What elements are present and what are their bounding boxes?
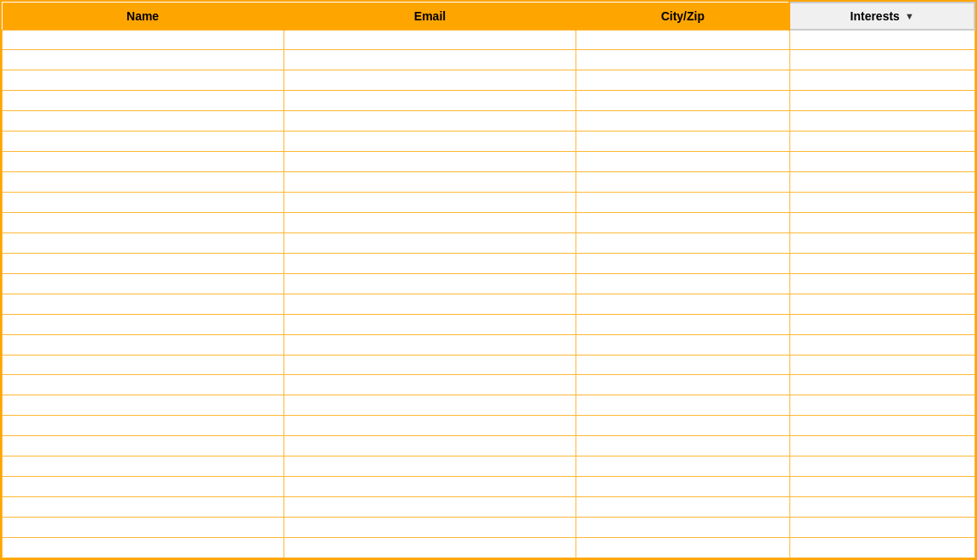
table-cell[interactable] — [3, 212, 284, 232]
column-header-interests[interactable]: Interests ▼ — [789, 3, 974, 30]
table-cell[interactable] — [3, 355, 284, 375]
table-cell[interactable] — [576, 172, 789, 193]
table-cell[interactable] — [576, 111, 789, 132]
table-cell[interactable] — [284, 273, 576, 294]
table-cell[interactable] — [789, 212, 974, 232]
table-cell[interactable] — [284, 497, 576, 518]
table-cell[interactable] — [3, 518, 284, 538]
table-cell[interactable] — [284, 70, 576, 91]
table-cell[interactable] — [789, 334, 974, 355]
table-cell[interactable] — [789, 395, 974, 416]
table-cell[interactable] — [3, 193, 284, 213]
table-cell[interactable] — [789, 111, 974, 132]
table-cell[interactable] — [284, 132, 576, 152]
table-cell[interactable] — [284, 477, 576, 497]
table-cell[interactable] — [576, 375, 789, 395]
table-cell[interactable] — [284, 91, 576, 111]
table-cell[interactable] — [3, 416, 284, 436]
table-cell[interactable] — [789, 70, 974, 91]
table-cell[interactable] — [3, 232, 284, 253]
table-cell[interactable] — [284, 232, 576, 253]
table-cell[interactable] — [576, 70, 789, 91]
table-cell[interactable] — [284, 355, 576, 375]
table-cell[interactable] — [789, 232, 974, 253]
table-cell[interactable] — [789, 30, 974, 50]
table-cell[interactable] — [576, 232, 789, 253]
table-cell[interactable] — [576, 334, 789, 355]
table-cell[interactable] — [3, 50, 284, 70]
table-cell[interactable] — [789, 253, 974, 273]
table-cell[interactable] — [284, 111, 576, 132]
table-cell[interactable] — [284, 152, 576, 172]
table-cell[interactable] — [284, 416, 576, 436]
table-cell[interactable] — [284, 253, 576, 273]
table-cell[interactable] — [789, 172, 974, 193]
table-cell[interactable] — [576, 50, 789, 70]
table-cell[interactable] — [3, 152, 284, 172]
table-cell[interactable] — [3, 294, 284, 314]
table-cell[interactable] — [3, 456, 284, 477]
table-cell[interactable] — [576, 152, 789, 172]
table-cell[interactable] — [3, 273, 284, 294]
table-cell[interactable] — [576, 416, 789, 436]
table-cell[interactable] — [789, 416, 974, 436]
interests-dropdown-arrow[interactable]: ▼ — [905, 11, 914, 21]
table-cell[interactable] — [284, 30, 576, 50]
table-cell[interactable] — [3, 497, 284, 518]
table-cell[interactable] — [576, 456, 789, 477]
table-cell[interactable] — [576, 132, 789, 152]
table-cell[interactable] — [576, 193, 789, 213]
table-cell[interactable] — [3, 132, 284, 152]
table-cell[interactable] — [789, 537, 974, 557]
table-cell[interactable] — [576, 91, 789, 111]
table-cell[interactable] — [576, 253, 789, 273]
table-cell[interactable] — [576, 314, 789, 334]
table-cell[interactable] — [284, 436, 576, 456]
table-cell[interactable] — [576, 30, 789, 50]
table-cell[interactable] — [576, 355, 789, 375]
table-cell[interactable] — [789, 436, 974, 456]
table-cell[interactable] — [576, 537, 789, 557]
table-cell[interactable] — [3, 172, 284, 193]
table-cell[interactable] — [789, 518, 974, 538]
table-cell[interactable] — [789, 193, 974, 213]
table-cell[interactable] — [789, 456, 974, 477]
table-cell[interactable] — [3, 477, 284, 497]
table-cell[interactable] — [284, 314, 576, 334]
table-cell[interactable] — [284, 375, 576, 395]
table-cell[interactable] — [3, 537, 284, 557]
table-cell[interactable] — [576, 436, 789, 456]
table-cell[interactable] — [3, 395, 284, 416]
table-cell[interactable] — [576, 518, 789, 538]
table-cell[interactable] — [284, 50, 576, 70]
table-cell[interactable] — [576, 497, 789, 518]
table-cell[interactable] — [284, 334, 576, 355]
table-cell[interactable] — [284, 456, 576, 477]
table-cell[interactable] — [284, 518, 576, 538]
table-cell[interactable] — [3, 111, 284, 132]
table-cell[interactable] — [789, 477, 974, 497]
table-cell[interactable] — [789, 375, 974, 395]
table-cell[interactable] — [789, 294, 974, 314]
table-cell[interactable] — [789, 497, 974, 518]
table-cell[interactable] — [576, 273, 789, 294]
table-cell[interactable] — [284, 212, 576, 232]
table-cell[interactable] — [789, 152, 974, 172]
table-cell[interactable] — [284, 294, 576, 314]
table-cell[interactable] — [3, 436, 284, 456]
table-cell[interactable] — [284, 172, 576, 193]
table-cell[interactable] — [576, 294, 789, 314]
table-cell[interactable] — [3, 334, 284, 355]
table-cell[interactable] — [789, 91, 974, 111]
table-cell[interactable] — [284, 395, 576, 416]
table-cell[interactable] — [789, 132, 974, 152]
table-cell[interactable] — [789, 273, 974, 294]
table-cell[interactable] — [3, 375, 284, 395]
table-cell[interactable] — [789, 50, 974, 70]
table-cell[interactable] — [3, 253, 284, 273]
table-cell[interactable] — [3, 30, 284, 50]
table-cell[interactable] — [3, 70, 284, 91]
table-cell[interactable] — [789, 314, 974, 334]
table-cell[interactable] — [3, 91, 284, 111]
table-cell[interactable] — [576, 395, 789, 416]
